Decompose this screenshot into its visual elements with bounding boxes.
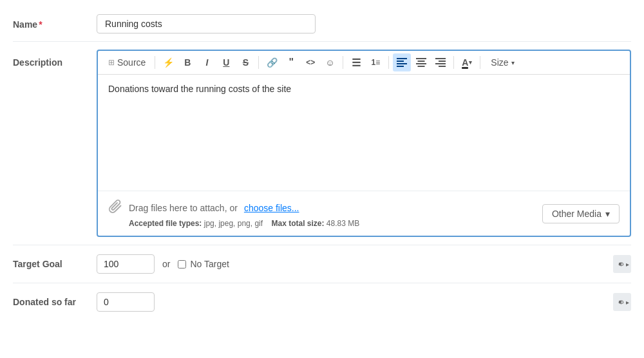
svg-rect-1 [397,61,404,62]
upload-main: Drag files here to attach, or choose fil… [108,199,359,216]
size-label: Size [491,57,508,68]
bullet-list-button[interactable]: ☰ [347,53,365,71]
align-center-icon [416,58,426,67]
italic-label: I [205,57,208,68]
size-button[interactable]: Size ▾ [484,55,520,70]
donated-gear-icon: ▸ [616,297,629,306]
no-target-checkbox[interactable] [178,260,186,268]
svg-rect-4 [416,58,426,59]
emoji-icon: ☺ [325,57,334,68]
name-row: Name* [13,6,631,42]
target-goal-gear-icon: ▸ [616,259,629,268]
blockquote-icon: " [289,57,294,68]
align-right-button[interactable] [431,53,450,71]
emoji-button[interactable]: ☺ [321,53,339,71]
blockquote-button[interactable]: " [282,53,300,71]
description-field: ⊞ Source ⚡ B I U [97,50,631,237]
svg-rect-11 [439,66,446,67]
link-button[interactable]: 🔗 [263,53,281,71]
strikethrough-label: S [243,57,249,68]
editor-text: Donations toward the running costs of th… [108,84,291,94]
svg-rect-6 [416,63,426,64]
svg-rect-2 [397,63,407,64]
name-field [97,14,631,33]
donated-so-far-field [97,292,613,312]
description-row: Description ⊞ Source ⚡ B [13,42,631,245]
accepted-types-value: jpg, jpeg, png, gif [204,219,263,228]
bold-button[interactable]: B [178,53,196,71]
max-size-value: 48.83 MB [327,219,359,228]
align-left-icon [397,58,407,67]
drag-text: Drag files here to attach, or [129,203,238,213]
font-color-button[interactable]: A ▾ [458,53,476,71]
source-icon: ⊞ [108,58,115,67]
source-label: Source [117,57,146,68]
align-center-button[interactable] [412,53,430,71]
other-media-label: Other Media [552,209,601,219]
target-goal-settings-button[interactable]: ▸ [613,255,631,273]
accepted-types-label: Accepted file types: [129,219,202,228]
italic-button[interactable]: I [198,53,216,71]
choose-files-button[interactable]: choose files... [244,203,299,213]
name-input[interactable] [97,14,316,33]
toolbar-divider-2 [258,56,259,69]
or-text: or [162,259,170,269]
paperclip-icon [108,199,122,216]
font-color-arrow: ▾ [469,59,472,66]
lightning-button[interactable]: ⚡ [159,53,177,71]
editor-toolbar: ⊞ Source ⚡ B I U [98,51,630,75]
editor-wrapper: ⊞ Source ⚡ B I U [97,50,631,237]
target-goal-field: or No Target [97,254,229,274]
numbered-list-button[interactable]: 1≡ [366,53,384,71]
donated-so-far-label: Donated so far [13,297,97,307]
name-label-text: Name [13,19,37,30]
svg-rect-0 [397,58,407,59]
svg-rect-9 [439,61,446,62]
size-arrow-icon: ▾ [511,59,515,66]
target-goal-label: Target Goal [13,259,97,269]
no-target-label: No Target [190,259,229,269]
align-left-button[interactable] [393,53,411,71]
target-goal-row: Target Goal or No Target ▸ [13,245,631,283]
link-icon: 🔗 [267,57,278,68]
svg-rect-7 [418,66,425,67]
upload-info: Accepted file types: jpg, jpeg, png, gif… [108,219,359,228]
description-label: Description [13,50,97,68]
font-color-icon: A [462,57,468,68]
max-size-label: Max total size: [271,219,324,228]
description-label-text: Description [13,57,62,68]
choose-files-label: choose files... [244,203,299,213]
form-container: Name* Description ⊞ Source ⚡ [0,0,644,358]
toolbar-divider-3 [343,56,343,69]
editor-footer: Drag files here to attach, or choose fil… [98,191,630,236]
target-goal-input[interactable] [97,254,155,274]
other-media-arrow-icon: ▾ [605,209,610,219]
donated-so-far-row: Donated so far ▸ [13,283,631,321]
donated-so-far-label-text: Donated so far [13,297,76,307]
other-media-button[interactable]: Other Media ▾ [542,204,620,223]
bullet-list-icon: ☰ [352,57,361,69]
underline-button[interactable]: U [217,53,235,71]
toolbar-divider-4 [388,56,389,69]
editor-content-area[interactable]: Donations toward the running costs of th… [98,75,630,191]
toolbar-divider-1 [155,56,155,69]
no-target-checkbox-label[interactable]: No Target [178,259,229,269]
name-label: Name* [13,14,97,30]
svg-rect-8 [435,58,446,59]
source-button[interactable]: ⊞ Source [103,55,151,70]
lightning-icon: ⚡ [163,57,174,68]
donated-settings-button[interactable]: ▸ [613,293,631,311]
toolbar-divider-5 [453,56,454,69]
bold-label: B [184,57,191,68]
svg-rect-10 [435,63,446,64]
strikethrough-button[interactable]: S [236,53,254,71]
target-goal-label-text: Target Goal [13,259,62,269]
svg-rect-3 [397,66,404,67]
numbered-list-icon: 1≡ [372,58,381,67]
underline-label: U [223,57,229,68]
donated-so-far-input[interactable] [97,292,155,312]
code-button[interactable]: <> [301,53,319,71]
upload-area: Drag files here to attach, or choose fil… [108,199,359,228]
toolbar-divider-6 [480,56,480,69]
code-icon: <> [306,58,315,67]
